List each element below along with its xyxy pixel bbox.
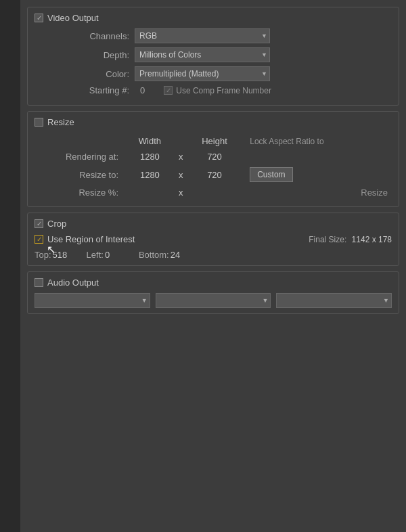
audio-select-3[interactable] bbox=[276, 293, 392, 308]
audio-output-checkbox[interactable] bbox=[35, 278, 43, 287]
audio-select-3-wrapper[interactable] bbox=[276, 293, 392, 308]
use-roi-label: Use Region of Interest bbox=[47, 234, 135, 244]
use-comp-wrapper: Use Comp Frame Number bbox=[164, 86, 271, 95]
rendering-h: 720 bbox=[187, 150, 242, 164]
depth-label: Depth: bbox=[35, 50, 129, 60]
use-roi-checkbox[interactable] bbox=[35, 235, 43, 244]
audio-select-2[interactable] bbox=[156, 293, 271, 308]
audio-select-2-wrapper[interactable] bbox=[156, 293, 271, 308]
col-height-header: Height bbox=[187, 134, 242, 148]
channels-select[interactable]: RGB bbox=[135, 28, 270, 43]
resize-label: Resize bbox=[47, 117, 74, 127]
resize-section: Resize Width Height Lock Aspect Ratio to… bbox=[27, 111, 399, 207]
rendering-w: 1280 bbox=[125, 150, 175, 164]
resize-to-row: Resize to: 1280 x 720 Custom bbox=[36, 165, 390, 184]
left-label: Left: bbox=[87, 250, 104, 260]
depth-row: Depth: Millions of Colors bbox=[35, 47, 392, 62]
resize-pct-label: Resize %: bbox=[36, 185, 124, 200]
video-output-title: Video Output bbox=[35, 13, 392, 23]
rendering-x: x bbox=[176, 150, 186, 164]
resize-to-label: Resize to: bbox=[36, 165, 124, 184]
main-content: Video Output Channels: RGB Depth: Millio… bbox=[20, 0, 406, 532]
crop-section: Crop Use Region of Interest Final Size: … bbox=[27, 213, 399, 266]
custom-button[interactable]: Custom bbox=[250, 167, 292, 182]
color-select-wrapper[interactable]: Premultiplied (Matted) bbox=[135, 66, 270, 81]
crop-fields: Top: 518 Left: 0 Bottom: 24 bbox=[35, 250, 392, 260]
resize-to-x: x bbox=[176, 165, 186, 184]
crop-title: Crop bbox=[35, 219, 392, 229]
color-label: Color: bbox=[35, 69, 129, 79]
rendering-at-label: Rendering at: bbox=[36, 150, 124, 164]
channels-label: Channels: bbox=[35, 31, 129, 41]
audio-output-label: Audio Output bbox=[47, 278, 99, 288]
starting-row: Starting #: 0 Use Comp Frame Number bbox=[35, 85, 392, 95]
channels-select-wrapper[interactable]: RGB bbox=[135, 28, 270, 43]
color-select[interactable]: Premultiplied (Matted) bbox=[135, 66, 270, 81]
starting-label: Starting #: bbox=[35, 85, 129, 95]
audio-select-1-wrapper[interactable] bbox=[35, 293, 150, 308]
use-roi-row: Use Region of Interest Final Size: 1142 … bbox=[35, 234, 392, 244]
audio-output-section: Audio Output bbox=[27, 271, 399, 314]
video-output-checkbox[interactable] bbox=[35, 14, 43, 22]
resize-pct-h bbox=[187, 185, 242, 200]
bottom-value: 24 bbox=[171, 250, 191, 260]
resize-right-label: Resize bbox=[243, 185, 390, 200]
left-value: 0 bbox=[105, 250, 125, 260]
color-row: Color: Premultiplied (Matted) bbox=[35, 66, 392, 81]
rendering-row: Rendering at: 1280 x 720 bbox=[36, 150, 390, 164]
resize-checkbox[interactable] bbox=[35, 118, 43, 127]
audio-output-title: Audio Output bbox=[35, 278, 392, 288]
depth-select-wrapper[interactable]: Millions of Colors bbox=[135, 47, 270, 62]
bottom-label: Bottom: bbox=[139, 250, 169, 260]
col-width-header: Width bbox=[125, 134, 175, 148]
resize-pct-row: Resize %: x Resize bbox=[36, 185, 390, 200]
lock-aspect-label: Lock Aspect Ratio to bbox=[243, 134, 390, 148]
channels-row: Channels: RGB bbox=[35, 28, 392, 43]
starting-value: 0 bbox=[140, 85, 145, 95]
crop-checkbox[interactable] bbox=[35, 219, 43, 228]
crop-label: Crop bbox=[47, 219, 66, 229]
video-output-section: Video Output Channels: RGB Depth: Millio… bbox=[27, 7, 399, 106]
top-value: 518 bbox=[53, 250, 73, 260]
resize-table: Width Height Lock Aspect Ratio to Render… bbox=[35, 133, 392, 201]
audio-select-1[interactable] bbox=[35, 293, 150, 308]
resize-pct-x: x bbox=[176, 185, 186, 200]
audio-dropdowns bbox=[35, 293, 392, 308]
depth-select[interactable]: Millions of Colors bbox=[135, 47, 270, 62]
use-comp-checkbox[interactable] bbox=[164, 86, 173, 95]
top-label: Top: bbox=[35, 250, 51, 260]
resize-to-h: 720 bbox=[187, 165, 242, 184]
resize-pct-w bbox=[125, 185, 175, 200]
use-comp-label: Use Comp Frame Number bbox=[176, 86, 271, 95]
resize-title: Resize bbox=[35, 117, 392, 127]
resize-to-w: 1280 bbox=[125, 165, 175, 184]
final-size-label: Final Size: 1142 x 178 bbox=[309, 235, 392, 244]
video-output-label: Video Output bbox=[47, 13, 99, 23]
left-panel bbox=[0, 0, 20, 532]
